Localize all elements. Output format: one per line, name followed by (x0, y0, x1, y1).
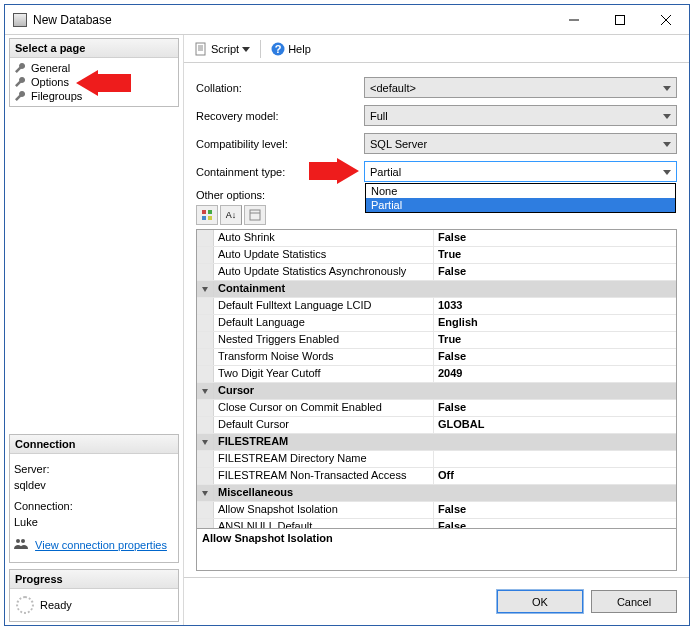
property-name: FILESTREAM (214, 434, 676, 450)
expand-toggle (197, 417, 214, 433)
property-value[interactable]: Off (434, 468, 676, 484)
svg-point-4 (16, 539, 20, 543)
property-name: Containment (214, 281, 676, 297)
expand-toggle[interactable] (197, 485, 214, 501)
property-row[interactable]: Nested Triggers EnabledTrue (197, 332, 676, 349)
options-form: Collation: <default> Recovery model: Ful… (184, 63, 689, 575)
recovery-combo[interactable]: Full (364, 105, 677, 126)
new-database-window: New Database Select a page General Optio… (4, 4, 690, 626)
ok-button[interactable]: OK (497, 590, 583, 613)
property-value[interactable] (434, 451, 676, 467)
property-value[interactable]: True (434, 332, 676, 348)
nav-label: Options (31, 76, 69, 88)
property-row[interactable]: ANSI NULL DefaultFalse (197, 519, 676, 528)
property-row[interactable]: FILESTREAM Non-Transacted AccessOff (197, 468, 676, 485)
containment-option-partial[interactable]: Partial (366, 198, 675, 212)
property-row[interactable]: Auto ShrinkFalse (197, 230, 676, 247)
property-row[interactable]: Default LanguageEnglish (197, 315, 676, 332)
view-connection-properties-link[interactable]: View connection properties (35, 539, 167, 551)
property-row[interactable]: Transform Noise WordsFalse (197, 349, 676, 366)
property-description: Allow Snapshot Isolation (196, 529, 677, 571)
property-row[interactable]: Auto Update Statistics AsynchronouslyFal… (197, 264, 676, 281)
property-value[interactable]: False (434, 400, 676, 416)
containment-combo[interactable]: Partial None Partial (364, 161, 677, 182)
property-name: Default Language (214, 315, 434, 331)
nav-label: Filegroups (31, 90, 82, 102)
property-name: Miscellaneous (214, 485, 676, 501)
minimize-button[interactable] (551, 5, 597, 34)
recovery-label: Recovery model: (196, 110, 364, 122)
property-value[interactable]: False (434, 349, 676, 365)
expand-toggle (197, 332, 214, 348)
left-pane: Select a page General Options Filegroups (5, 35, 183, 625)
expand-toggle[interactable] (197, 383, 214, 399)
property-pages-button[interactable] (244, 205, 266, 225)
expand-toggle (197, 349, 214, 365)
property-row[interactable]: FILESTREAM Directory Name (197, 451, 676, 468)
server-value: sqldev (14, 477, 174, 494)
categorized-icon (201, 209, 213, 221)
expand-toggle (197, 298, 214, 314)
property-row[interactable]: Default Fulltext Language LCID1033 (197, 298, 676, 315)
property-value[interactable]: GLOBAL (434, 417, 676, 433)
svg-point-5 (21, 539, 25, 543)
expand-toggle (197, 468, 214, 484)
compat-combo[interactable]: SQL Server (364, 133, 677, 154)
expand-toggle[interactable] (197, 434, 214, 450)
containment-option-none[interactable]: None (366, 184, 675, 198)
select-page-panel: Select a page General Options Filegroups (9, 38, 179, 107)
compat-label: Compatibility level: (196, 138, 364, 150)
property-value[interactable]: 1033 (434, 298, 676, 314)
desc-name: Allow Snapshot Isolation (202, 532, 671, 544)
property-category[interactable]: Miscellaneous (197, 485, 676, 502)
property-row[interactable]: Default CursorGLOBAL (197, 417, 676, 434)
property-row[interactable]: Auto Update StatisticsTrue (197, 247, 676, 264)
property-category[interactable]: Containment (197, 281, 676, 298)
script-button[interactable]: Script (190, 40, 254, 58)
chevron-down-icon (661, 165, 673, 179)
svg-rect-1 (616, 15, 625, 24)
property-value[interactable]: False (434, 230, 676, 246)
expand-toggle (197, 451, 214, 467)
wrench-icon (14, 90, 26, 102)
property-row[interactable]: Allow Snapshot IsolationFalse (197, 502, 676, 519)
red-arrow-icon (309, 158, 359, 184)
property-value[interactable]: False (434, 264, 676, 280)
property-row[interactable]: Close Cursor on Commit EnabledFalse (197, 400, 676, 417)
help-button[interactable]: ? Help (267, 40, 315, 58)
property-value[interactable]: False (434, 502, 676, 518)
property-value[interactable]: English (434, 315, 676, 331)
property-name: ANSI NULL Default (214, 519, 434, 528)
property-row[interactable]: Two Digit Year Cutoff2049 (197, 366, 676, 383)
maximize-button[interactable] (597, 5, 643, 34)
nav-label: General (31, 62, 70, 74)
property-grid[interactable]: Auto ShrinkFalseAuto Update StatisticsTr… (196, 229, 677, 529)
property-name: Nested Triggers Enabled (214, 332, 434, 348)
expand-toggle (197, 264, 214, 280)
property-value[interactable]: True (434, 247, 676, 263)
connection-value: Luke (14, 514, 174, 531)
titlebar[interactable]: New Database (5, 5, 689, 35)
sort-icon: A↓ (226, 210, 237, 220)
property-category[interactable]: FILESTREAM (197, 434, 676, 451)
property-category[interactable]: Cursor (197, 383, 676, 400)
cancel-button[interactable]: Cancel (591, 590, 677, 613)
svg-rect-16 (250, 210, 260, 220)
property-value[interactable]: False (434, 519, 676, 528)
property-name: Auto Update Statistics (214, 247, 434, 263)
alphabetical-button[interactable]: A↓ (220, 205, 242, 225)
nav-options[interactable]: Options (14, 75, 174, 89)
close-button[interactable] (643, 5, 689, 34)
progress-status: Ready (40, 599, 72, 611)
help-icon: ? (271, 42, 285, 56)
categorized-button[interactable] (196, 205, 218, 225)
svg-rect-13 (208, 210, 212, 214)
right-pane: Script ? Help Collation: <default> Recov… (183, 35, 689, 625)
expand-toggle (197, 502, 214, 518)
property-name: Cursor (214, 383, 676, 399)
property-value[interactable]: 2049 (434, 366, 676, 382)
collation-combo[interactable]: <default> (364, 77, 677, 98)
footer: OK Cancel (184, 577, 689, 625)
expand-toggle[interactable] (197, 281, 214, 297)
svg-rect-6 (196, 43, 205, 55)
